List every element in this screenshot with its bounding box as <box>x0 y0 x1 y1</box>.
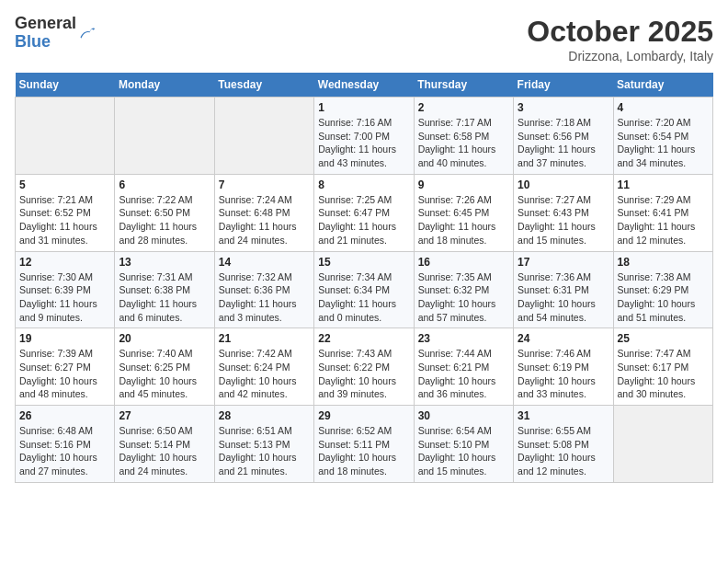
day-number: 26 <box>19 409 110 422</box>
day-number: 3 <box>518 101 609 114</box>
day-cell: 25Sunrise: 7:47 AM Sunset: 6:17 PM Dayli… <box>613 328 712 406</box>
day-info: Sunrise: 6:52 AM Sunset: 5:11 PM Dayligh… <box>318 424 409 478</box>
day-cell: 20Sunrise: 7:40 AM Sunset: 6:25 PM Dayli… <box>115 328 214 406</box>
day-cell: 6Sunrise: 7:22 AM Sunset: 6:50 PM Daylig… <box>115 174 214 251</box>
day-info: Sunrise: 7:20 AM Sunset: 6:54 PM Dayligh… <box>618 116 709 170</box>
day-number: 21 <box>219 332 310 345</box>
day-cell: 18Sunrise: 7:38 AM Sunset: 6:29 PM Dayli… <box>613 251 712 328</box>
day-cell: 28Sunrise: 6:51 AM Sunset: 5:13 PM Dayli… <box>214 406 313 483</box>
day-info: Sunrise: 6:50 AM Sunset: 5:14 PM Dayligh… <box>119 424 210 478</box>
day-info: Sunrise: 7:29 AM Sunset: 6:41 PM Dayligh… <box>618 193 709 247</box>
day-number: 5 <box>19 178 110 191</box>
day-number: 11 <box>618 178 709 191</box>
day-info: Sunrise: 7:24 AM Sunset: 6:48 PM Dayligh… <box>219 193 310 247</box>
day-number: 16 <box>418 256 509 269</box>
day-cell: 19Sunrise: 7:39 AM Sunset: 6:27 PM Dayli… <box>16 328 115 406</box>
day-info: Sunrise: 7:40 AM Sunset: 6:25 PM Dayligh… <box>119 347 210 401</box>
day-number: 14 <box>219 256 310 269</box>
day-info: Sunrise: 7:42 AM Sunset: 6:24 PM Dayligh… <box>219 347 310 401</box>
day-info: Sunrise: 7:30 AM Sunset: 6:39 PM Dayligh… <box>19 270 110 325</box>
day-info: Sunrise: 7:44 AM Sunset: 6:21 PM Dayligh… <box>418 347 509 401</box>
day-number: 10 <box>518 178 609 191</box>
day-cell: 15Sunrise: 7:34 AM Sunset: 6:34 PM Dayli… <box>314 251 414 328</box>
day-number: 18 <box>618 256 709 269</box>
day-cell: 26Sunrise: 6:48 AM Sunset: 5:16 PM Dayli… <box>16 406 115 483</box>
day-number: 22 <box>318 332 409 345</box>
day-cell: 5Sunrise: 7:21 AM Sunset: 6:52 PM Daylig… <box>16 174 115 251</box>
day-cell: 23Sunrise: 7:44 AM Sunset: 6:21 PM Dayli… <box>414 328 513 406</box>
day-number: 8 <box>318 178 409 191</box>
header-day: Tuesday <box>214 73 313 98</box>
day-cell: 12Sunrise: 7:30 AM Sunset: 6:39 PM Dayli… <box>16 251 115 328</box>
day-info: Sunrise: 7:26 AM Sunset: 6:45 PM Dayligh… <box>418 193 509 247</box>
header-day: Thursday <box>414 73 513 98</box>
day-number: 15 <box>318 256 409 269</box>
day-info: Sunrise: 7:21 AM Sunset: 6:52 PM Dayligh… <box>19 193 110 247</box>
day-info: Sunrise: 7:36 AM Sunset: 6:31 PM Dayligh… <box>518 270 609 325</box>
day-number: 28 <box>219 409 310 422</box>
day-info: Sunrise: 6:51 AM Sunset: 5:13 PM Dayligh… <box>219 424 310 478</box>
day-cell: 27Sunrise: 6:50 AM Sunset: 5:14 PM Dayli… <box>115 406 214 483</box>
day-number: 23 <box>418 332 509 345</box>
day-cell: 9Sunrise: 7:26 AM Sunset: 6:45 PM Daylig… <box>414 174 513 251</box>
day-number: 1 <box>318 101 409 114</box>
day-cell: 24Sunrise: 7:46 AM Sunset: 6:19 PM Dayli… <box>514 328 613 406</box>
logo-general: General <box>15 15 76 33</box>
day-info: Sunrise: 6:48 AM Sunset: 5:16 PM Dayligh… <box>19 424 110 478</box>
day-number: 12 <box>19 256 110 269</box>
day-info: Sunrise: 7:35 AM Sunset: 6:32 PM Dayligh… <box>418 270 509 325</box>
day-cell: 30Sunrise: 6:54 AM Sunset: 5:10 PM Dayli… <box>414 406 513 483</box>
day-info: Sunrise: 7:47 AM Sunset: 6:17 PM Dayligh… <box>618 347 709 401</box>
day-number: 31 <box>518 409 609 422</box>
day-cell <box>16 98 115 175</box>
day-info: Sunrise: 7:32 AM Sunset: 6:36 PM Dayligh… <box>219 270 310 325</box>
day-number: 29 <box>318 409 409 422</box>
day-number: 27 <box>119 409 210 422</box>
day-number: 6 <box>119 178 210 191</box>
header-day: Wednesday <box>314 73 414 98</box>
header-day: Monday <box>115 73 214 98</box>
day-number: 9 <box>418 178 509 191</box>
day-info: Sunrise: 7:38 AM Sunset: 6:29 PM Dayligh… <box>618 270 709 325</box>
day-info: Sunrise: 7:22 AM Sunset: 6:50 PM Dayligh… <box>119 193 210 247</box>
day-info: Sunrise: 6:55 AM Sunset: 5:08 PM Dayligh… <box>518 424 609 478</box>
day-cell: 10Sunrise: 7:27 AM Sunset: 6:43 PM Dayli… <box>514 174 613 251</box>
day-cell: 17Sunrise: 7:36 AM Sunset: 6:31 PM Dayli… <box>514 251 613 328</box>
day-cell: 13Sunrise: 7:31 AM Sunset: 6:38 PM Dayli… <box>115 251 214 328</box>
week-row: 12Sunrise: 7:30 AM Sunset: 6:39 PM Dayli… <box>16 251 713 328</box>
day-info: Sunrise: 6:54 AM Sunset: 5:10 PM Dayligh… <box>418 424 509 478</box>
header-day: Sunday <box>16 73 115 98</box>
day-cell <box>214 98 313 175</box>
day-info: Sunrise: 7:16 AM Sunset: 7:00 PM Dayligh… <box>318 116 409 170</box>
day-cell: 1Sunrise: 7:16 AM Sunset: 7:00 PM Daylig… <box>314 98 414 175</box>
day-cell: 7Sunrise: 7:24 AM Sunset: 6:48 PM Daylig… <box>214 174 313 251</box>
day-cell: 8Sunrise: 7:25 AM Sunset: 6:47 PM Daylig… <box>314 174 414 251</box>
logo-icon <box>78 24 97 42</box>
logo-blue: Blue <box>15 33 76 52</box>
day-number: 19 <box>19 332 110 345</box>
day-number: 2 <box>418 101 509 114</box>
day-info: Sunrise: 7:18 AM Sunset: 6:56 PM Dayligh… <box>518 116 609 170</box>
month-title: October 2025 <box>527 15 713 49</box>
header-day: Friday <box>514 73 613 98</box>
day-number: 24 <box>518 332 609 345</box>
day-number: 30 <box>418 409 509 422</box>
day-info: Sunrise: 7:43 AM Sunset: 6:22 PM Dayligh… <box>318 347 409 401</box>
calendar-table: SundayMondayTuesdayWednesdayThursdayFrid… <box>15 73 713 483</box>
day-info: Sunrise: 7:46 AM Sunset: 6:19 PM Dayligh… <box>518 347 609 401</box>
title-block: October 2025 Drizzona, Lombardy, Italy <box>527 15 713 63</box>
day-cell: 11Sunrise: 7:29 AM Sunset: 6:41 PM Dayli… <box>613 174 712 251</box>
day-number: 20 <box>119 332 210 345</box>
week-row: 5Sunrise: 7:21 AM Sunset: 6:52 PM Daylig… <box>16 174 713 251</box>
header-row: SundayMondayTuesdayWednesdayThursdayFrid… <box>16 73 713 98</box>
day-number: 7 <box>219 178 310 191</box>
day-cell <box>613 406 712 483</box>
day-number: 13 <box>119 256 210 269</box>
day-cell: 22Sunrise: 7:43 AM Sunset: 6:22 PM Dayli… <box>314 328 414 406</box>
logo: General Blue <box>15 15 97 52</box>
day-cell: 14Sunrise: 7:32 AM Sunset: 6:36 PM Dayli… <box>214 251 313 328</box>
day-cell: 2Sunrise: 7:17 AM Sunset: 6:58 PM Daylig… <box>414 98 513 175</box>
week-row: 19Sunrise: 7:39 AM Sunset: 6:27 PM Dayli… <box>16 328 713 406</box>
week-row: 26Sunrise: 6:48 AM Sunset: 5:16 PM Dayli… <box>16 406 713 483</box>
day-info: Sunrise: 7:25 AM Sunset: 6:47 PM Dayligh… <box>318 193 409 247</box>
